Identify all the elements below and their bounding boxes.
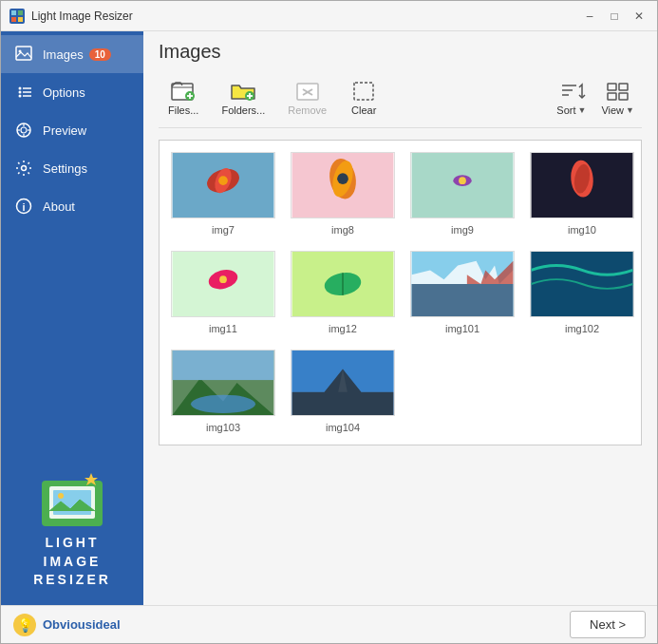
remove-button[interactable]: Remove [278,76,336,120]
files-button[interactable]: Files... [159,76,208,120]
images-label: Images [43,47,84,62]
image-label: img11 [209,323,237,334]
sort-icon [560,80,583,103]
folders-button[interactable]: Folders... [212,76,274,120]
settings-label: Settings [43,161,87,176]
image-label: img7 [212,224,235,236]
image-label: img9 [451,224,474,236]
minimize-button[interactable]: – [579,6,600,27]
toolbar: Files... Fold [159,72,642,128]
sidebar-brand: LIGHT IMAGE RESIZER [33,534,111,590]
svg-rect-4 [18,17,23,22]
list-item[interactable]: img12 [291,251,395,334]
image-label: img104 [326,422,360,433]
list-item[interactable]: img102 [530,251,634,334]
remove-icon [296,80,319,103]
svg-rect-44 [619,93,628,100]
title-bar: Light Image Resizer – □ ✕ [1,1,657,31]
page-title: Images [159,41,642,63]
close-button[interactable]: ✕ [629,6,649,27]
list-item[interactable]: img9 [410,152,515,236]
settings-icon [14,159,33,178]
svg-point-7 [19,87,22,90]
image-label: img102 [565,323,599,334]
view-dropdown-arrow[interactable]: ▼ [626,105,634,115]
about-icon: i [14,197,33,216]
sidebar: Images 10 Optio [1,31,143,605]
list-item[interactable]: img8 [291,152,395,236]
svg-rect-2 [18,10,23,15]
list-item[interactable]: img101 [410,251,515,334]
options-label: Options [43,85,85,100]
sidebar-item-options[interactable]: Options [1,73,143,111]
svg-rect-41 [608,84,616,90]
images-icon [14,45,33,64]
images-badge: 10 [89,48,111,61]
window-title: Light Image Resizer [31,9,579,23]
next-button[interactable]: Next > [570,611,646,638]
view-label: View [601,104,624,116]
sort-dropdown-arrow[interactable]: ▼ [578,105,587,115]
list-item[interactable]: img10 [530,152,634,236]
options-icon [14,83,33,102]
clear-button[interactable]: Clear [340,76,387,120]
view-icon [607,80,630,103]
svg-rect-37 [354,83,373,100]
list-item[interactable]: img7 [171,152,275,236]
svg-point-14 [21,127,27,133]
svg-rect-66 [412,284,514,316]
svg-point-9 [19,95,22,98]
svg-point-73 [191,395,255,413]
sidebar-item-about[interactable]: i About [1,187,143,225]
files-label: Files... [168,104,198,116]
svg-text:💡: 💡 [17,617,34,634]
clear-label: Clear [351,104,376,116]
about-label: About [43,199,75,214]
maximize-button[interactable]: □ [604,6,625,27]
files-icon [172,80,195,103]
image-label: img10 [568,224,596,236]
svg-rect-1 [11,10,16,15]
list-item[interactable]: img11 [171,251,275,334]
sidebar-item-images[interactable]: Images 10 [1,35,143,73]
svg-point-55 [459,177,466,184]
list-item[interactable]: img104 [291,350,395,433]
svg-rect-43 [608,93,616,100]
sidebar-item-settings[interactable]: Settings [1,149,143,187]
footer-logo: 💡 Obviousideal [12,613,121,637]
list-item[interactable]: img103 [171,350,275,433]
footer-logo-icon: 💡 [12,613,37,637]
window-controls: – □ ✕ [579,6,649,27]
sidebar-logo-area: LIGHT IMAGE RESIZER [1,450,143,605]
app-icon [9,8,26,25]
folders-label: Folders... [221,104,265,116]
image-label: img103 [206,422,240,433]
content-area: Images [143,31,657,605]
image-label: img101 [445,323,479,334]
svg-point-19 [22,166,27,171]
sidebar-item-preview[interactable]: Preview [1,111,143,149]
sidebar-nav: Images 10 Optio [1,31,143,450]
footer: 💡 Obviousideal Next > [1,605,657,643]
svg-point-48 [218,176,228,185]
image-grid: img7 img8 img9 img10 img11 [159,140,642,445]
svg-point-61 [219,275,227,283]
toolbar-right: Sort ▼ [549,76,642,120]
sort-button[interactable]: Sort ▼ [549,76,593,120]
preview-icon [14,121,33,140]
clear-icon [352,80,375,103]
remove-label: Remove [288,104,327,116]
content-header: Images [143,31,657,128]
svg-text:i: i [22,201,25,213]
image-grid-container: img7 img8 img9 img10 img11 [143,128,657,605]
preview-label: Preview [43,123,86,138]
svg-rect-3 [11,17,16,22]
svg-point-8 [19,91,22,94]
svg-point-25 [58,493,64,499]
sidebar-logo-graphic [38,465,106,534]
svg-rect-74 [173,350,274,380]
view-button[interactable]: View ▼ [593,76,642,120]
footer-brand-text: Obviousideal [43,617,121,632]
image-label: img12 [329,323,357,334]
sort-label: Sort [556,104,575,116]
